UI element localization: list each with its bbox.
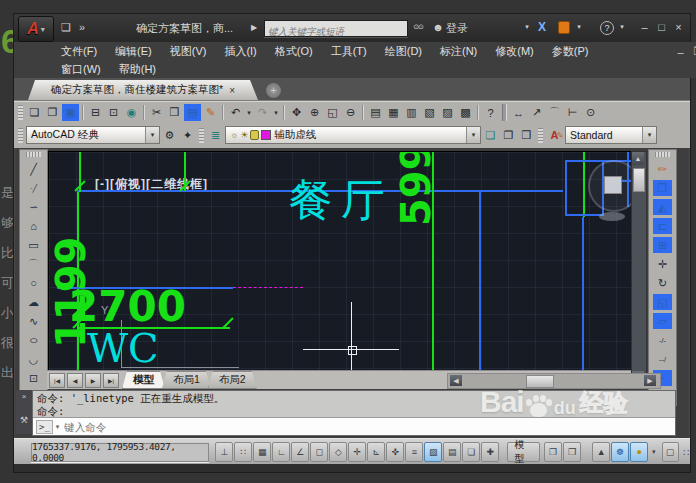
model-space-button[interactable]: 模型: [507, 442, 540, 462]
plot-icon[interactable]: ⊟: [87, 104, 104, 121]
cut-icon[interactable]: ✂: [148, 104, 165, 121]
vertical-scrollbar[interactable]: ▲ ▼: [631, 151, 647, 386]
dim-aligned-icon[interactable]: ↗: [528, 104, 545, 121]
menu-item[interactable]: 帮助(H): [110, 62, 165, 77]
rotate-icon[interactable]: ↻: [653, 275, 672, 291]
search-icon[interactable]: ⊙⊙: [410, 18, 426, 36]
layer-properties-manager-icon[interactable]: ≣: [207, 127, 224, 144]
dynamic-ucs-toggle[interactable]: ⊾: [367, 442, 385, 462]
publish-icon[interactable]: ◉: [123, 104, 140, 121]
maximize-button[interactable]: □: [654, 20, 669, 34]
toolbar-grip[interactable]: [18, 128, 23, 143]
stretch-icon[interactable]: ▱: [653, 313, 672, 329]
sheet-set-manager-icon[interactable]: ▧: [421, 104, 438, 121]
extend-icon[interactable]: --/: [653, 351, 672, 367]
trim-icon[interactable]: -/-: [653, 332, 672, 348]
revision-cloud-icon[interactable]: ☁: [24, 294, 43, 310]
file-tab-close-icon[interactable]: ×: [229, 85, 235, 96]
status-caret-icon[interactable]: ▾: [652, 448, 656, 456]
toolbar-grip[interactable]: [26, 152, 41, 157]
scale-icon[interactable]: ◱: [653, 294, 672, 310]
dim-linear-icon[interactable]: ↔: [510, 104, 527, 121]
menu-item[interactable]: 绘图(D): [376, 44, 431, 59]
scrollbar-thumb[interactable]: [633, 168, 645, 192]
annotation-monitor-toggle[interactable]: ✚: [481, 442, 499, 462]
file-tab[interactable]: 确定方案草图，商住楼建筑方案草图* ×: [28, 80, 258, 100]
command-caret-icon[interactable]: ▾: [56, 423, 60, 431]
menu-item[interactable]: 工具(T): [322, 44, 376, 59]
3d-osnap-toggle[interactable]: ◇: [329, 442, 347, 462]
lock-caret-icon[interactable]: ▾: [571, 18, 587, 36]
help-search-box[interactable]: [264, 20, 408, 37]
paste-icon[interactable]: ▤: [184, 104, 201, 121]
tab-nav-first[interactable]: |◀: [49, 373, 65, 388]
layer-states-icon[interactable]: ❒: [518, 127, 535, 144]
new-tab-button[interactable]: +: [266, 83, 281, 98]
drawing-canvas[interactable]: [-][俯视][二维线框] 119: [48, 151, 633, 372]
tab-nav-last[interactable]: ▶|: [103, 373, 119, 388]
tab-model[interactable]: 模型: [122, 371, 165, 389]
tab-nav-next[interactable]: ▶: [85, 373, 101, 388]
plot-preview-icon[interactable]: ⊡: [105, 104, 122, 121]
statusbar-grip-icon[interactable]: ∷: [683, 447, 690, 458]
menu-item[interactable]: 编辑(E): [106, 44, 161, 59]
a360-lock-icon[interactable]: [558, 21, 570, 34]
move-icon[interactable]: ✛: [653, 256, 672, 272]
insert-block-icon[interactable]: ⊡: [24, 370, 43, 386]
help-icon[interactable]: ?: [482, 104, 499, 121]
layer-freeze-sun-icon[interactable]: ☀: [240, 130, 248, 140]
toolbar-grip[interactable]: [18, 105, 23, 120]
circle-icon[interactable]: ○: [24, 275, 43, 291]
search-input[interactable]: [265, 24, 407, 39]
clean-screen-icon[interactable]: ▢: [662, 442, 679, 462]
viewcube-face[interactable]: [604, 176, 622, 194]
dim-ordinate-icon[interactable]: ⊢: [564, 104, 581, 121]
dim-radius-icon[interactable]: ⊙: [582, 104, 599, 121]
line-icon[interactable]: ╱: [24, 161, 43, 177]
minimize-button[interactable]: –: [637, 20, 652, 34]
scroll-right-button[interactable]: ▶: [644, 375, 656, 386]
app-menu-button[interactable]: A ▾: [18, 16, 54, 42]
viewcube-home-button[interactable]: [599, 212, 625, 221]
offset-icon[interactable]: ⊏: [653, 218, 672, 234]
construction-line-icon[interactable]: ·╱: [24, 180, 43, 196]
layer-on-bulb-icon[interactable]: ☼: [230, 130, 238, 140]
zoom-window-icon[interactable]: ◱: [324, 104, 341, 121]
menu-item[interactable]: 参数(P): [543, 44, 598, 59]
save-icon[interactable]: ▣: [62, 104, 79, 121]
annotation-visibility-icon[interactable]: ▲: [592, 442, 610, 462]
chevron-down-icon[interactable]: ▾: [466, 127, 480, 143]
dim-arc-length-icon[interactable]: ⌒: [546, 104, 563, 121]
ellipse-icon[interactable]: ○: [20, 332, 48, 348]
grid-toggle[interactable]: ▦: [253, 442, 271, 462]
redo-dropdown-icon[interactable]: ▾: [272, 104, 280, 121]
make-object-layer-current-icon[interactable]: ❏: [482, 127, 499, 144]
tab-layout1[interactable]: 布局1: [162, 371, 211, 389]
coordinate-readout[interactable]: 1765337.9176, 1795953.4027, 0.0000: [31, 443, 209, 462]
text-style-combo[interactable]: Standard ▾: [565, 126, 657, 144]
undo-dropdown-icon[interactable]: ▾: [245, 104, 253, 121]
qat-new-file-icon[interactable]: ❏: [58, 18, 74, 36]
doc-title-arrow-icon[interactable]: ▶: [246, 18, 262, 36]
autoscale-icon[interactable]: ☸: [611, 442, 629, 462]
ellipse-arc-icon[interactable]: ◡: [24, 351, 43, 367]
quick-view-layouts-icon[interactable]: ❐: [544, 442, 562, 462]
workspace-combo[interactable]: AutoCAD 经典 ▾: [26, 126, 160, 144]
osnap-toggle[interactable]: ◻: [310, 442, 328, 462]
help-icon[interactable]: ?: [600, 21, 614, 35]
sign-in-link[interactable]: 登录: [446, 21, 468, 36]
menu-item[interactable]: 修改(M): [486, 44, 543, 59]
toolbar-grip[interactable]: [199, 128, 204, 143]
arc-icon[interactable]: ⌒: [24, 256, 43, 272]
chevron-down-icon[interactable]: ▾: [145, 127, 159, 143]
doc-restore-button[interactable]: ❐: [691, 45, 696, 59]
rectangle-icon[interactable]: ▭: [24, 237, 43, 253]
mirror-icon[interactable]: ◭: [653, 199, 672, 215]
close-button[interactable]: ×: [671, 20, 686, 34]
properties-icon[interactable]: ▤: [367, 104, 384, 121]
new-file-icon[interactable]: ❏: [26, 104, 43, 121]
menu-item[interactable]: 标注(N): [431, 44, 486, 59]
match-properties-icon[interactable]: ✎: [202, 104, 219, 121]
qat-expand-icon[interactable]: »: [74, 18, 90, 36]
layer-combo[interactable]: ☼ ☀ 辅助虚线 ▾: [225, 126, 481, 144]
